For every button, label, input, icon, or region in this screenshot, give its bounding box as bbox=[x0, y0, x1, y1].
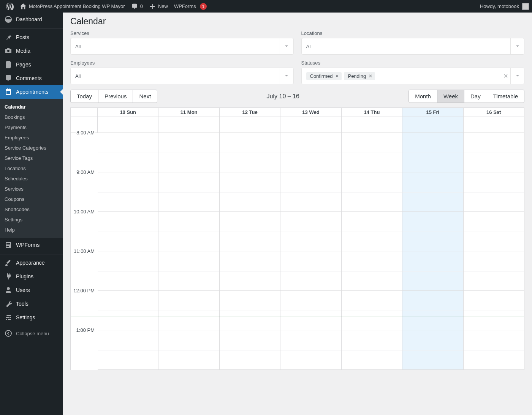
submenu-item-bookings[interactable]: Bookings bbox=[0, 112, 63, 122]
day-column[interactable] bbox=[220, 133, 280, 370]
services-label: Services bbox=[70, 30, 294, 36]
day-header[interactable]: 13 Wed bbox=[280, 108, 341, 117]
dashboard-icon bbox=[5, 16, 12, 23]
sidebar-item-pages[interactable]: Pages bbox=[0, 58, 63, 71]
time-label: 1:00 PM bbox=[76, 327, 95, 333]
time-column: 8:00 AM 9:00 AM 10:00 AM 11:00 AM 12:00 … bbox=[71, 133, 98, 370]
status-tag-pending: Pending bbox=[344, 72, 375, 80]
submenu-item-employees[interactable]: Employees bbox=[0, 133, 63, 143]
time-label: 11:00 AM bbox=[73, 248, 95, 254]
chevron-down-icon bbox=[510, 38, 524, 54]
submenu-item-settings[interactable]: Settings bbox=[0, 215, 63, 225]
day-header[interactable]: 16 Sat bbox=[464, 108, 524, 117]
locations-select[interactable]: All bbox=[301, 38, 525, 55]
submenu-item-coupons[interactable]: Coupons bbox=[0, 194, 63, 204]
form-icon bbox=[5, 241, 12, 249]
locations-value: All bbox=[306, 44, 511, 49]
sidebar-item-label: Pages bbox=[16, 62, 31, 68]
sidebar-item-tools[interactable]: Tools bbox=[0, 297, 63, 311]
day-header[interactable]: 10 Sun bbox=[98, 108, 158, 117]
view-week-button[interactable]: Week bbox=[437, 90, 464, 103]
sidebar-item-label: Users bbox=[16, 287, 30, 293]
time-label: 12:00 PM bbox=[73, 288, 95, 293]
allday-cell[interactable] bbox=[280, 117, 341, 133]
day-header[interactable]: 12 Tue bbox=[220, 108, 280, 117]
pages-icon bbox=[5, 61, 12, 68]
sidebar-item-wpforms[interactable]: WPForms bbox=[0, 238, 63, 252]
calendar-grid: 10 Sun 11 Mon 12 Tue 13 Wed 14 Thu 15 Fr… bbox=[70, 107, 524, 370]
allday-cell[interactable] bbox=[158, 117, 219, 133]
admin-sidebar: Dashboard Posts Media Pages Comments App… bbox=[0, 13, 63, 415]
day-column[interactable] bbox=[464, 133, 524, 370]
sidebar-item-dashboard[interactable]: Dashboard bbox=[0, 13, 63, 26]
remove-tag-icon[interactable] bbox=[368, 74, 373, 78]
previous-button[interactable]: Previous bbox=[98, 90, 133, 103]
today-button[interactable]: Today bbox=[70, 90, 98, 103]
user-icon bbox=[5, 286, 12, 294]
sidebar-item-appearance[interactable]: Appearance bbox=[0, 256, 63, 270]
admin-bar: MotoPress Appointment Booking WP Mayor 0… bbox=[0, 0, 532, 13]
day-header[interactable]: 11 Mon bbox=[158, 108, 219, 117]
sidebar-item-label: Plugins bbox=[16, 273, 33, 279]
new-link[interactable]: New bbox=[146, 0, 171, 13]
submenu-item-locations[interactable]: Locations bbox=[0, 163, 63, 174]
sidebar-item-posts[interactable]: Posts bbox=[0, 30, 63, 44]
day-column[interactable] bbox=[158, 133, 219, 370]
wpforms-label: WPForms bbox=[174, 3, 196, 9]
clear-all-icon[interactable] bbox=[503, 73, 509, 79]
account-link[interactable]: Howdy, motobook bbox=[480, 3, 529, 10]
media-icon bbox=[5, 47, 12, 55]
allday-cell[interactable] bbox=[464, 117, 524, 133]
avatar bbox=[522, 3, 529, 10]
sidebar-item-label: Appearance bbox=[16, 260, 45, 266]
submenu-item-calendar[interactable]: Calendar bbox=[0, 102, 63, 112]
comments-link[interactable]: 0 bbox=[128, 0, 146, 13]
submenu-item-schedules[interactable]: Schedules bbox=[0, 174, 63, 184]
wp-logo[interactable] bbox=[3, 0, 17, 13]
sidebar-item-comments[interactable]: Comments bbox=[0, 71, 63, 85]
allday-cell[interactable] bbox=[342, 117, 402, 133]
allday-cell[interactable] bbox=[402, 117, 463, 133]
next-button[interactable]: Next bbox=[133, 90, 157, 103]
services-select[interactable]: All bbox=[70, 38, 294, 55]
sidebar-item-label: Media bbox=[16, 48, 30, 54]
new-label: New bbox=[158, 3, 168, 9]
allday-row bbox=[71, 117, 524, 133]
sidebar-item-media[interactable]: Media bbox=[0, 44, 63, 58]
submenu-item-service-tags[interactable]: Service Tags bbox=[0, 153, 63, 163]
collapse-icon bbox=[5, 330, 12, 337]
submenu-item-service-categories[interactable]: Service Categories bbox=[0, 143, 63, 153]
view-day-button[interactable]: Day bbox=[464, 90, 487, 103]
employees-select[interactable]: All bbox=[70, 68, 294, 84]
day-column-today[interactable] bbox=[402, 133, 463, 370]
statuses-select[interactable]: Confirmed Pending bbox=[301, 68, 525, 84]
allday-cell[interactable] bbox=[98, 117, 158, 133]
submenu-item-shortcodes[interactable]: Shortcodes bbox=[0, 204, 63, 215]
submenu-item-payments[interactable]: Payments bbox=[0, 122, 63, 133]
day-header[interactable]: 14 Thu bbox=[342, 108, 402, 117]
tag-label: Confirmed bbox=[310, 73, 333, 79]
chevron-down-icon bbox=[280, 68, 293, 84]
main-content: Calendar Services All Employees All bbox=[63, 13, 532, 415]
appointments-submenu: Calendar Bookings Payments Employees Ser… bbox=[0, 99, 63, 238]
site-link[interactable]: MotoPress Appointment Booking WP Mayor bbox=[17, 0, 128, 13]
allday-cell[interactable] bbox=[220, 117, 280, 133]
calendar-header-row: 10 Sun 11 Mon 12 Tue 13 Wed 14 Thu 15 Fr… bbox=[71, 108, 524, 117]
day-header[interactable]: 15 Fri bbox=[402, 108, 463, 117]
remove-tag-icon[interactable] bbox=[335, 74, 339, 78]
submenu-item-services[interactable]: Services bbox=[0, 184, 63, 194]
sidebar-item-settings[interactable]: Settings bbox=[0, 311, 63, 324]
sidebar-item-appointments[interactable]: Appointments bbox=[0, 85, 63, 99]
statuses-label: Statuses bbox=[301, 60, 525, 66]
collapse-menu[interactable]: Collapse menu bbox=[0, 327, 63, 340]
view-timetable-button[interactable]: Timetable bbox=[487, 90, 524, 103]
sidebar-item-users[interactable]: Users bbox=[0, 283, 63, 297]
submenu-item-help[interactable]: Help bbox=[0, 225, 63, 235]
status-tag-confirmed: Confirmed bbox=[306, 72, 342, 80]
day-column[interactable] bbox=[280, 133, 341, 370]
wpforms-link[interactable]: WPForms 1 bbox=[171, 0, 210, 13]
day-column[interactable] bbox=[98, 133, 158, 370]
sidebar-item-plugins[interactable]: Plugins bbox=[0, 270, 63, 283]
day-column[interactable] bbox=[342, 133, 402, 370]
view-month-button[interactable]: Month bbox=[408, 90, 437, 103]
